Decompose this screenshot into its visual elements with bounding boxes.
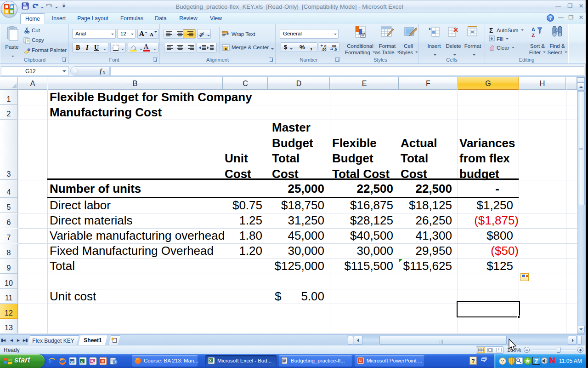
svg-text:.00: .00: [322, 47, 326, 52]
svg-text:A: A: [531, 27, 535, 32]
svg-text:W: W: [283, 360, 286, 362]
svg-text:.0: .0: [334, 47, 337, 52]
svg-text:X: X: [80, 360, 83, 364]
svg-text:Z: Z: [531, 32, 535, 38]
svg-text:W: W: [70, 360, 74, 364]
svg-text:a: a: [225, 46, 227, 51]
